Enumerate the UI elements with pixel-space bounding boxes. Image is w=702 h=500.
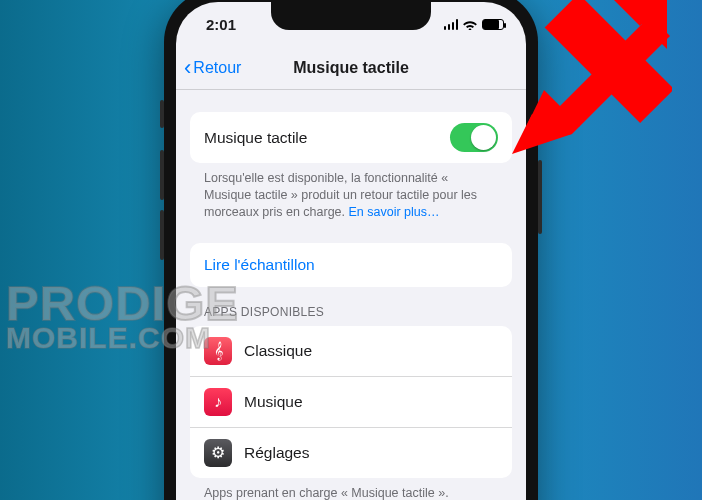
gear-icon: ⚙ (204, 439, 232, 467)
app-label: Réglages (244, 444, 498, 462)
svg-rect-4 (545, 0, 672, 123)
nav-bar: ‹ Retour Musique tactile (176, 46, 526, 90)
toggle-label: Musique tactile (204, 129, 450, 147)
toggle-description: Lorsqu'elle est disponible, la fonctionn… (176, 163, 526, 221)
screen: 2:01 ‹ Retour Musique tactile (176, 2, 526, 500)
watermark: PRODIGE MOBILE.COM (6, 282, 239, 352)
back-button[interactable]: ‹ Retour (184, 57, 241, 79)
toggle-row-musique-tactile[interactable]: Musique tactile (190, 112, 512, 163)
chevron-left-icon: ‹ (184, 57, 191, 79)
app-label: Musique (244, 393, 498, 411)
learn-more-link[interactable]: En savoir plus… (349, 205, 440, 219)
cellular-icon (444, 19, 459, 30)
svg-marker-3 (610, 0, 670, 26)
volume-up-button (160, 150, 164, 200)
volume-down-button (160, 210, 164, 260)
phone-frame: 2:01 ‹ Retour Musique tactile (164, 0, 538, 500)
battery-icon (482, 19, 504, 30)
apps-footer: Apps prenant en charge « Musique tactile… (176, 478, 526, 500)
status-time: 2:01 (206, 16, 236, 33)
notch (271, 2, 431, 30)
side-button (160, 100, 164, 128)
status-icons (444, 18, 505, 30)
icon-glyph: ♪ (214, 393, 222, 411)
back-label: Retour (193, 59, 241, 77)
svg-marker-0 (617, 0, 667, 49)
app-icon-musique: ♪ (204, 388, 232, 416)
watermark-line1: PRODIGE (6, 282, 239, 325)
app-row-musique[interactable]: ♪ Musique (190, 376, 512, 427)
app-label: Classique (244, 342, 498, 360)
power-button (538, 160, 542, 234)
play-sample-label: Lire l'échantillon (204, 256, 498, 274)
svg-marker-1 (522, 6, 670, 144)
wifi-icon (462, 18, 478, 30)
watermark-line2: MOBILE.COM (6, 325, 239, 351)
icon-glyph: ⚙ (211, 443, 225, 462)
toggle-switch[interactable] (450, 123, 498, 152)
app-row-reglages[interactable]: ⚙ Réglages (190, 427, 512, 478)
